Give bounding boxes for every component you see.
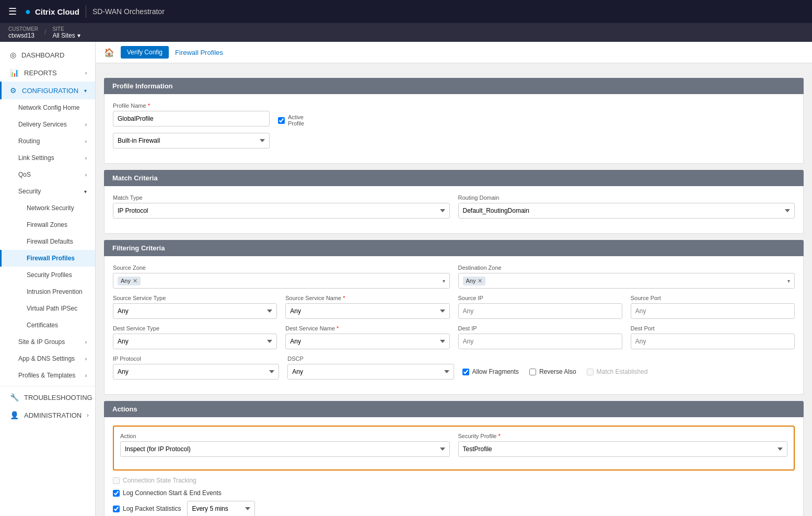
sidebar-label-site-ip-groups: Site & IP Groups <box>18 338 65 346</box>
log-interval-select[interactable]: Every 5 mins <box>187 501 255 516</box>
dest-service-type-select[interactable]: Any <box>113 334 277 349</box>
home-icon[interactable]: 🏠 <box>104 48 114 58</box>
actions-body: Action Inspect (for IP Protocol) Securit… <box>104 417 804 516</box>
dest-zone-tag-close[interactable]: ✕ <box>478 278 482 284</box>
sidebar-item-virtual-path-ipsec[interactable]: Virtual Path IPSec <box>0 300 95 317</box>
actions-highlight-box: Action Inspect (for IP Protocol) Securit… <box>113 426 795 471</box>
source-service-name-select[interactable]: Any <box>285 303 449 319</box>
sidebar-label-network-config-home: Network Config Home <box>18 104 79 111</box>
app-title: SD-WAN Orchestrator <box>92 7 165 16</box>
sidebar-item-security-profiles[interactable]: Security Profiles <box>0 267 95 283</box>
sidebar-label-profiles-templates: Profiles & Templates <box>18 372 75 379</box>
action-select[interactable]: Inspect (for IP Protocol) <box>120 441 450 457</box>
security-profile-group: Security Profile * TestProfile <box>458 433 788 457</box>
log-connection-row: Log Connection Start & End Events <box>113 489 795 497</box>
profile-name-row: Profile Name * Active Profile <box>113 102 795 127</box>
source-port-input[interactable] <box>631 303 795 319</box>
actions-header: Actions <box>104 401 804 417</box>
profile-name-group: Profile Name * <box>113 102 270 127</box>
sidebar-item-firewall-defaults[interactable]: Firewall Defaults <box>0 233 95 250</box>
sidebar-label-firewall-zones: Firewall Zones <box>27 221 67 228</box>
sidebar-item-app-dns-settings[interactable]: App & DNS Settings › <box>0 350 95 367</box>
brand: ● Citrix Cloud SD-WAN Orchestrator <box>25 5 165 18</box>
match-type-select[interactable]: IP Protocol <box>113 203 450 219</box>
sidebar-item-qos[interactable]: QoS › <box>0 166 95 183</box>
ip-protocol-select[interactable]: Any <box>113 364 279 380</box>
sidebar-label-security: Security <box>18 188 41 195</box>
sidebar-item-profiles-templates[interactable]: Profiles & Templates › <box>0 367 95 384</box>
sidebar-item-certificates[interactable]: Certificates <box>0 317 95 334</box>
sidebar-item-firewall-zones[interactable]: Firewall Zones <box>0 216 95 233</box>
ip-protocol-label: IP Protocol <box>113 356 279 362</box>
form-container: Profile Information Profile Name * <box>96 63 812 516</box>
match-established-checkbox <box>587 369 594 375</box>
profile-name-input[interactable] <box>113 111 270 127</box>
firewall-type-select[interactable]: Built-in Firewall <box>113 133 270 148</box>
dest-ip-input[interactable] <box>458 334 622 349</box>
sidebar-item-network-config-home[interactable]: Network Config Home <box>0 99 95 116</box>
source-service-type-select[interactable]: Any <box>113 303 277 319</box>
source-ip-input[interactable] <box>458 303 622 319</box>
connection-state-group: Connection State Tracking <box>113 477 795 484</box>
connection-state-label: Connection State Tracking <box>123 477 196 484</box>
sidebar-item-dashboard[interactable]: ◎ DASHBOARD <box>0 46 95 64</box>
ip-protocol-group: IP Protocol Any <box>113 356 279 380</box>
active-profile-label: Active Profile <box>288 114 304 127</box>
sidebar: ◎ DASHBOARD 📊 REPORTS › ⚙ CONFIGURATION … <box>0 42 96 516</box>
sidebar-item-firewall-profiles[interactable]: Firewall Profiles <box>0 250 95 267</box>
source-zone-arrow: ▾ <box>443 278 445 284</box>
sidebar-main-section: ◎ DASHBOARD 📊 REPORTS › ⚙ CONFIGURATION … <box>0 42 95 428</box>
sidebar-item-troubleshooting[interactable]: 🔧 TROUBLESHOOTING › <box>0 388 95 406</box>
dest-ip-label: Dest IP <box>458 325 622 331</box>
dest-ip-group: Dest IP <box>458 325 622 349</box>
reverse-also-label: Reverse Also <box>539 368 576 375</box>
log-packet-label: Log Packet Statistics <box>123 505 181 512</box>
match-established-group: Match Established <box>587 368 648 375</box>
sidebar-item-link-settings[interactable]: Link Settings › <box>0 150 95 166</box>
security-profile-select[interactable]: TestProfile <box>458 441 788 457</box>
sidebar-item-delivery-services[interactable]: Delivery Services › <box>0 116 95 133</box>
dscp-select[interactable]: Any <box>287 364 454 380</box>
sidebar-item-reports[interactable]: 📊 REPORTS › <box>0 64 95 82</box>
firewall-type-group: Built-in Firewall <box>113 133 270 148</box>
sidebar-item-security[interactable]: Security ▾ <box>0 183 95 200</box>
sidebar-item-network-security[interactable]: Network Security <box>0 200 95 216</box>
sidebar-item-routing[interactable]: Routing › <box>0 133 95 150</box>
sidebar-item-site-ip-groups[interactable]: Site & IP Groups › <box>0 334 95 350</box>
source-zone-label: Source Zone <box>113 265 450 271</box>
logo: ● Citrix Cloud <box>25 6 79 17</box>
active-profile-checkbox[interactable] <box>278 117 285 124</box>
breadcrumb-link[interactable]: Firewall Profiles <box>175 49 223 56</box>
sidebar-label-routing: Routing <box>18 137 40 145</box>
source-zone-tag-close[interactable]: ✕ <box>133 278 137 284</box>
allow-fragments-checkbox[interactable] <box>462 369 469 375</box>
source-zone-select[interactable]: Any ✕ ▾ <box>113 273 450 289</box>
allow-fragments-label: Allow Fragments <box>472 368 519 375</box>
sidebar-label-app-dns-settings: App & DNS Settings <box>18 355 75 362</box>
log-connection-checkbox[interactable] <box>113 490 120 497</box>
verify-config-button[interactable]: Verify Config <box>121 46 169 59</box>
reverse-also-group: Reverse Also <box>529 368 576 375</box>
dest-service-name-select[interactable]: Any <box>285 334 449 349</box>
dscp-group: DSCP Any <box>287 356 454 380</box>
sidebar-item-intrusion-prevention[interactable]: Intrusion Prevention <box>0 283 95 300</box>
configuration-icon: ⚙ <box>10 86 17 95</box>
routing-domain-select[interactable]: Default_RoutingDomain <box>458 203 795 219</box>
dest-zone-select[interactable]: Any ✕ ▾ <box>458 273 795 289</box>
sidebar-item-configuration[interactable]: ⚙ CONFIGURATION ▾ <box>0 82 95 99</box>
site-chevron: ▾ <box>77 32 80 39</box>
sidebar-item-administration[interactable]: 👤 ADMINISTRATION › <box>0 406 95 424</box>
dest-port-input[interactable] <box>631 334 795 349</box>
hamburger-icon[interactable]: ☰ <box>8 6 17 17</box>
configuration-chevron: ▾ <box>84 88 87 94</box>
log-packet-checkbox[interactable] <box>113 506 120 512</box>
sidebar-label-reports: REPORTS <box>24 69 57 77</box>
site-value: All Sites <box>52 32 75 39</box>
sub-navigation: CUSTOMER ctxwsd13 / SITE All Sites ▾ <box>0 23 812 42</box>
action-row: Action Inspect (for IP Protocol) Securit… <box>120 433 787 457</box>
separator: / <box>41 29 49 36</box>
sidebar-label-configuration: CONFIGURATION <box>22 87 78 95</box>
site-selector[interactable]: All Sites ▾ <box>52 32 80 39</box>
reverse-also-checkbox[interactable] <box>529 369 536 375</box>
source-port-group: Source Port <box>631 295 795 319</box>
